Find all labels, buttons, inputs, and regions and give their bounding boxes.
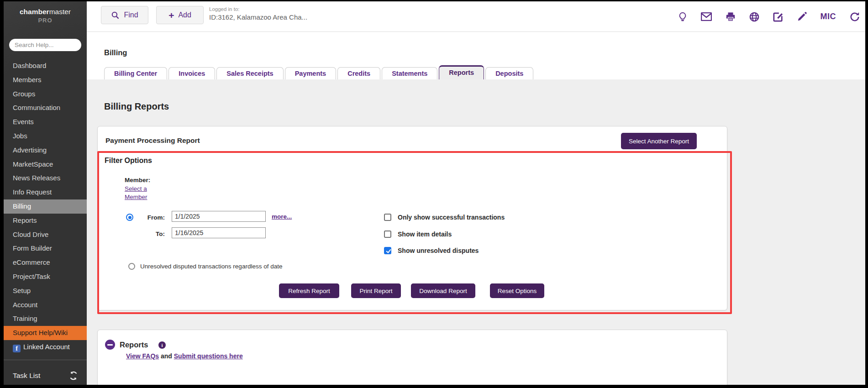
top-header: Find + Add Logged in to: ID:3162, Kalama… <box>87 1 865 32</box>
unresolved-disputes-radio-label: Unresolved disputed transactions regardl… <box>140 263 282 270</box>
reports-help-panel: Reports i View FAQs and Submit questions… <box>97 330 727 385</box>
sidebar-item-dashboard[interactable]: Dashboard <box>4 59 87 73</box>
sidebar: chambermaster PRO Dashboard Members Grou… <box>4 1 87 385</box>
date-range-radio[interactable] <box>126 214 133 221</box>
find-label: Find <box>124 11 138 19</box>
show-item-details-checkbox[interactable] <box>384 231 391 238</box>
faq-links-line: View FAQs and Submit questions here <box>126 352 243 360</box>
sidebar-item-groups[interactable]: Groups <box>4 87 87 101</box>
report-title: Payment Processing Report <box>105 136 200 145</box>
sidebar-item-events[interactable]: Events <box>4 115 87 129</box>
sidebar-item-jobs[interactable]: Jobs <box>4 129 87 143</box>
refresh-report-button[interactable]: Refresh Report <box>279 283 339 298</box>
billing-reports-heading: Billing Reports <box>104 101 169 112</box>
reset-options-button[interactable]: Reset Options <box>490 283 544 298</box>
logo-text-bold: chamber <box>20 8 49 16</box>
sidebar-item-cloud-drive[interactable]: Cloud Drive <box>4 228 87 242</box>
linked-account-label: Linked Account <box>23 343 70 351</box>
chambermaster-logo: chambermaster PRO <box>4 8 87 24</box>
facebook-icon: f <box>13 345 21 352</box>
billing-tabs: Billing Center Invoices Sales Receipts P… <box>104 65 535 79</box>
search-help-input[interactable] <box>9 39 81 51</box>
globe-icon[interactable] <box>749 12 759 22</box>
edit-note-icon[interactable] <box>773 12 783 22</box>
main-area: Find + Add Logged in to: ID:3162, Kalama… <box>87 1 865 385</box>
tab-statements[interactable]: Statements <box>382 67 437 79</box>
tab-deposits[interactable]: Deposits <box>485 67 533 79</box>
info-icon[interactable]: i <box>158 341 166 349</box>
more-link[interactable]: more... <box>272 213 292 220</box>
sidebar-item-reports[interactable]: Reports <box>4 214 87 228</box>
checkbox-row-item-details[interactable]: Show item details <box>384 231 452 238</box>
find-button[interactable]: Find <box>101 6 148 24</box>
printer-icon[interactable] <box>726 12 736 22</box>
sidebar-item-billing[interactable]: Billing <box>4 199 87 214</box>
header-icons: MIC <box>678 1 860 32</box>
pencil-icon[interactable] <box>797 12 807 22</box>
view-faqs-link[interactable]: View FAQs <box>126 352 159 360</box>
sidebar-item-training[interactable]: Training <box>4 312 87 326</box>
and-text: and <box>161 352 174 360</box>
task-list-section: Task List <box>4 367 87 385</box>
select-a-member-link[interactable]: Select a Member <box>125 185 147 201</box>
to-date-input[interactable] <box>172 227 266 238</box>
member-link-line1: Select a <box>125 185 147 192</box>
envelope-icon[interactable] <box>701 12 712 21</box>
task-list-label: Task List <box>13 372 40 380</box>
print-report-button[interactable]: Print Report <box>351 283 401 298</box>
add-button[interactable]: + Add <box>156 6 204 24</box>
download-report-button[interactable]: Download Report <box>411 283 475 298</box>
tab-invoices[interactable]: Invoices <box>168 67 215 79</box>
checkbox-row-unresolved-disputes[interactable]: Show unresolved disputes <box>384 247 479 254</box>
sidebar-item-linked-account[interactable]: fLinked Account <box>4 340 87 354</box>
checkbox-label: Only show successful transactions <box>398 214 505 221</box>
select-another-report-button[interactable]: Select Another Report <box>621 133 697 149</box>
plus-icon: + <box>168 10 174 20</box>
successful-transactions-checkbox[interactable] <box>384 214 391 221</box>
sidebar-item-setup[interactable]: Setup <box>4 284 87 298</box>
checkbox-label: Show unresolved disputes <box>398 247 479 254</box>
sidebar-item-form-builder[interactable]: Form Builder <box>4 241 87 256</box>
from-date-input[interactable] <box>172 211 266 222</box>
tab-reports[interactable]: Reports <box>439 65 484 79</box>
payment-processing-report-panel: Payment Processing Report Select Another… <box>97 126 727 310</box>
mic-label[interactable]: MIC <box>821 12 836 21</box>
sidebar-item-advertising[interactable]: Advertising <box>4 143 87 157</box>
sidebar-item-members[interactable]: Members <box>4 73 87 87</box>
logged-in-value: ID:3162, Kalamazoo Area Cha... <box>209 13 307 21</box>
sidebar-item-info-request[interactable]: Info Request <box>4 185 87 199</box>
checkbox-row-successful[interactable]: Only show successful transactions <box>384 214 505 221</box>
unresolved-disputes-radio[interactable] <box>128 263 135 270</box>
show-unresolved-disputes-checkbox[interactable] <box>384 247 391 254</box>
reports-help-title: Reports <box>120 341 148 349</box>
app-window: chambermaster PRO Dashboard Members Grou… <box>4 1 865 385</box>
member-link-line2: Member <box>125 194 147 200</box>
add-label: Add <box>178 11 191 19</box>
to-label: To: <box>137 231 165 237</box>
lightbulb-icon[interactable] <box>678 12 687 22</box>
logged-in-block: Logged in to: ID:3162, Kalamazoo Area Ch… <box>209 6 307 21</box>
task-refresh-icon[interactable] <box>68 371 79 381</box>
sidebar-item-communication[interactable]: Communication <box>4 101 87 115</box>
sidebar-item-support-help-wiki[interactable]: Support Help/Wiki <box>4 326 87 340</box>
tab-billing-center[interactable]: Billing Center <box>104 67 167 79</box>
tab-payments[interactable]: Payments <box>285 67 337 79</box>
from-label: From: <box>137 214 165 221</box>
sidebar-item-project-task[interactable]: Project/Task <box>4 270 87 284</box>
submit-questions-link[interactable]: Submit questions here <box>174 352 243 360</box>
sidebar-item-news-releases[interactable]: News Releases <box>4 171 87 185</box>
refresh-icon[interactable] <box>850 12 860 22</box>
logged-in-label: Logged in to: <box>209 6 307 12</box>
page-title: Billing <box>104 48 127 57</box>
search-icon <box>111 11 120 20</box>
sidebar-item-account[interactable]: Account <box>4 298 87 312</box>
sidebar-divider <box>4 360 87 360</box>
sidebar-nav: Dashboard Members Groups Communication E… <box>4 59 87 354</box>
collapse-minus-icon[interactable] <box>105 340 115 350</box>
tab-credits[interactable]: Credits <box>337 67 380 79</box>
checkbox-label: Show item details <box>398 231 452 238</box>
sidebar-item-marketspace[interactable]: MarketSpace <box>4 157 87 172</box>
sidebar-item-ecommerce[interactable]: eCommerce <box>4 256 87 270</box>
tab-sales-receipts[interactable]: Sales Receipts <box>216 67 283 79</box>
logo-pro-label: PRO <box>4 17 87 24</box>
